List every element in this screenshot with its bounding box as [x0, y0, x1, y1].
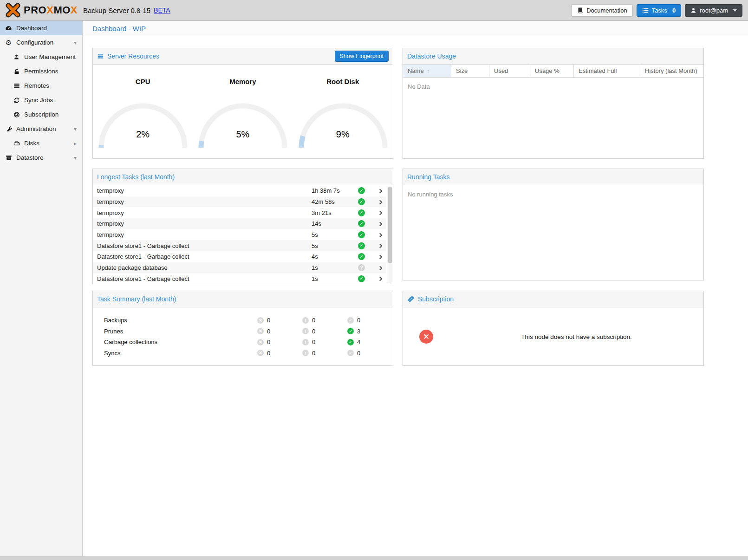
caret-down-icon: ▾	[74, 39, 77, 46]
tasks-count-badge: 0	[672, 7, 676, 14]
vertical-scrollbar[interactable]	[387, 186, 393, 283]
chevron-right-icon[interactable]	[377, 221, 382, 226]
sidebar-item-remotes[interactable]: Remotes	[0, 78, 82, 93]
task-row[interactable]: termproxy 5s	[93, 229, 386, 241]
column-header-size[interactable]: Size	[451, 65, 489, 77]
show-fingerprint-button[interactable]: Show Fingerprint	[335, 51, 389, 62]
task-row[interactable]: Datastore store1 - Garbage collect 4s	[93, 251, 386, 262]
cpu-gauge: CPU 2%	[93, 78, 193, 149]
server-bars-icon	[13, 83, 20, 89]
warning-count-icon	[302, 350, 309, 356]
caret-down-icon: ▾	[74, 155, 77, 161]
sidebar-item-disks[interactable]: Disks ▸	[0, 136, 82, 150]
error-count-icon	[257, 339, 264, 345]
chevron-right-icon[interactable]	[377, 211, 382, 215]
sidebar-item-user-management[interactable]: User Management	[0, 50, 82, 64]
ok-count-icon	[347, 328, 354, 334]
task-row[interactable]: termproxy 1h 38m 7s	[93, 185, 386, 196]
panel-title: Subscription	[418, 295, 454, 303]
warning-count-icon	[302, 328, 309, 334]
sidebar-item-administration[interactable]: Administration ▾	[0, 122, 82, 136]
horizontal-scrollbar[interactable]	[0, 556, 748, 560]
chevron-right-icon[interactable]	[377, 244, 382, 248]
archive-box-icon	[5, 155, 13, 161]
subscription-panel: Subscription ✕ This node does not have a…	[403, 291, 704, 366]
summary-row: Backups 0 0 0	[93, 315, 393, 326]
task-list-icon	[642, 7, 649, 13]
unlock-icon	[13, 68, 20, 75]
caret-right-icon: ▸	[74, 140, 77, 147]
gauge-value: 2%	[93, 129, 193, 140]
sidebar-item-permissions[interactable]: Permissions	[0, 64, 82, 78]
page-title: Dashboard - WIP	[92, 25, 146, 33]
product-title: Backup Server 0.8-15	[83, 7, 150, 14]
task-status-icon	[358, 187, 365, 194]
column-header-usage-pct[interactable]: Usage %	[530, 65, 574, 77]
wrench-icon	[5, 126, 13, 132]
caret-down-icon: ▾	[74, 126, 77, 132]
cpu-gauge-arc	[93, 90, 193, 149]
root-disk-gauge-arc	[293, 90, 393, 149]
ok-count-icon	[347, 339, 354, 345]
gauge-value: 9%	[293, 129, 393, 140]
column-header-used[interactable]: Used	[489, 65, 530, 77]
datastore-usage-panel: Datastore Usage Name ↑ Size Used Usage %…	[403, 48, 704, 159]
running-tasks-panel: Running Tasks No running tasks	[403, 169, 704, 280]
hdd-icon	[13, 140, 20, 147]
chevron-right-icon[interactable]	[377, 255, 382, 260]
sync-refresh-icon	[13, 97, 20, 104]
sidebar-item-label: Dashboard	[16, 25, 47, 32]
chevron-right-icon[interactable]	[377, 266, 382, 270]
column-header-history[interactable]: History (last Month)	[640, 65, 703, 77]
column-header-name[interactable]: Name ↑	[403, 65, 451, 77]
no-running-tasks-text: No running tasks	[403, 185, 703, 203]
table-header-row: Name ↑ Size Used Usage % Estimated Full …	[403, 65, 703, 78]
task-summary-panel: Task Summary (last Month) Backups 0 0 0 …	[92, 291, 393, 366]
task-row[interactable]: termproxy 3m 21s	[93, 207, 386, 218]
sidebar-item-subscription[interactable]: Subscription	[0, 107, 82, 122]
sidebar-item-dashboard[interactable]: Dashboard	[0, 21, 82, 35]
scrollbar-thumb[interactable]	[388, 187, 392, 263]
task-row[interactable]: termproxy 14s	[93, 218, 386, 229]
sidebar-item-label: User Management	[24, 53, 76, 60]
documentation-button[interactable]: Documentation	[571, 4, 632, 17]
task-status-icon	[358, 198, 365, 205]
user-icon	[13, 54, 20, 60]
memory-gauge: Memory 5%	[193, 78, 293, 149]
error-count-icon	[257, 317, 264, 324]
logo-wordmark: PROXMOX	[24, 4, 78, 16]
sidebar-item-sync-jobs[interactable]: Sync Jobs	[0, 93, 82, 107]
summary-row: Prunes 0 0 3	[93, 326, 393, 337]
resource-bars-icon	[97, 53, 104, 59]
chevron-right-icon[interactable]	[377, 200, 382, 204]
server-resources-panel: Server Resources Show Fingerprint CPU	[92, 48, 393, 159]
gears-icon: ⚙	[5, 39, 13, 46]
summary-row: Syncs 0 0 0	[93, 348, 393, 359]
life-ring-icon	[13, 111, 20, 118]
chevron-right-icon[interactable]	[377, 233, 382, 237]
warning-count-icon	[302, 317, 309, 324]
task-row[interactable]: Update package database 1s	[93, 262, 386, 273]
sidebar-item-datastore[interactable]: Datastore ▾	[0, 150, 82, 165]
task-row[interactable]: Datastore store1 - Garbage collect 5s	[93, 240, 386, 251]
summary-row: Garbage collections 0 0 4	[93, 337, 393, 348]
book-icon	[577, 7, 583, 13]
task-row[interactable]: termproxy 42m 58s	[93, 196, 386, 208]
task-status-icon	[358, 231, 365, 238]
tasks-button[interactable]: Tasks 0	[637, 4, 681, 17]
gauge-value: 5%	[193, 129, 293, 140]
task-status-icon	[358, 242, 365, 249]
sidebar-item-label: Datastore	[16, 154, 44, 161]
sidebar-item-label: Administration	[16, 125, 56, 132]
user-icon	[690, 7, 696, 13]
documentation-label: Documentation	[586, 7, 627, 14]
column-header-estimated-full[interactable]: Estimated Full	[574, 65, 640, 77]
task-row[interactable]: Datastore store1 - Garbage collect 1s	[93, 273, 386, 284]
beta-link[interactable]: BETA	[154, 7, 170, 14]
chevron-right-icon[interactable]	[377, 189, 382, 193]
user-menu-button[interactable]: root@pam	[685, 4, 742, 17]
chevron-right-icon[interactable]	[377, 277, 382, 281]
sidebar-item-label: Remotes	[24, 82, 49, 89]
sidebar-item-configuration[interactable]: ⚙ Configuration ▾	[0, 35, 82, 50]
ok-count-icon	[347, 317, 354, 324]
